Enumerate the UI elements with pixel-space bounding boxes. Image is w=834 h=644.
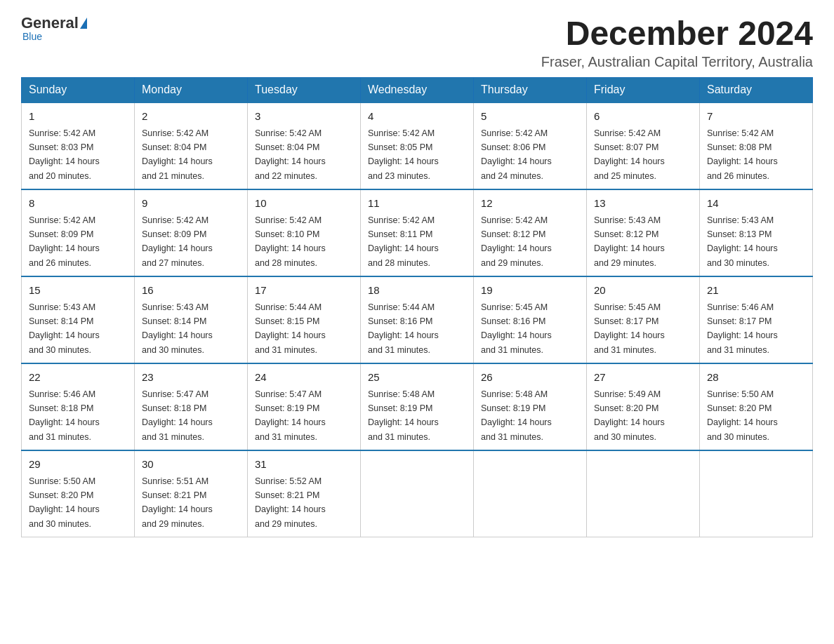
day-number: 25 [368,370,466,386]
calendar-cell: 8 Sunrise: 5:42 AMSunset: 8:09 PMDayligh… [22,189,135,276]
day-detail: Sunrise: 5:49 AMSunset: 8:20 PMDaylight:… [594,389,665,442]
calendar-cell: 20 Sunrise: 5:45 AMSunset: 8:17 PMDaylig… [587,276,700,363]
calendar-cell [361,450,474,537]
day-number: 19 [481,283,579,299]
calendar-cell: 16 Sunrise: 5:43 AMSunset: 8:14 PMDaylig… [135,276,248,363]
calendar-header-saturday: Saturday [700,78,813,103]
calendar-header-friday: Friday [587,78,700,103]
calendar-cell: 11 Sunrise: 5:42 AMSunset: 8:11 PMDaylig… [361,189,474,276]
page-header: General Blue December 2024 Fraser, Austr… [21,14,813,70]
day-detail: Sunrise: 5:50 AMSunset: 8:20 PMDaylight:… [707,389,778,442]
day-detail: Sunrise: 5:51 AMSunset: 8:21 PMDaylight:… [142,476,213,529]
calendar-cell: 24 Sunrise: 5:47 AMSunset: 8:19 PMDaylig… [248,363,361,450]
calendar-cell: 28 Sunrise: 5:50 AMSunset: 8:20 PMDaylig… [700,363,813,450]
day-number: 30 [142,457,240,473]
day-number: 8 [29,196,127,212]
day-detail: Sunrise: 5:46 AMSunset: 8:18 PMDaylight:… [29,389,100,442]
calendar-header-thursday: Thursday [474,78,587,103]
calendar-cell [700,450,813,537]
calendar-cell: 5 Sunrise: 5:42 AMSunset: 8:06 PMDayligh… [474,102,587,189]
calendar-cell: 12 Sunrise: 5:42 AMSunset: 8:12 PMDaylig… [474,189,587,276]
day-number: 21 [707,283,805,299]
calendar-cell [587,450,700,537]
day-detail: Sunrise: 5:43 AMSunset: 8:13 PMDaylight:… [707,215,778,268]
day-detail: Sunrise: 5:47 AMSunset: 8:18 PMDaylight:… [142,389,213,442]
day-detail: Sunrise: 5:43 AMSunset: 8:12 PMDaylight:… [594,215,665,268]
day-number: 4 [368,109,466,125]
day-number: 24 [255,370,353,386]
calendar-cell: 31 Sunrise: 5:52 AMSunset: 8:21 PMDaylig… [248,450,361,537]
month-year-title: December 2024 [541,14,813,53]
day-detail: Sunrise: 5:42 AMSunset: 8:11 PMDaylight:… [368,215,439,268]
calendar-cell: 29 Sunrise: 5:50 AMSunset: 8:20 PMDaylig… [22,450,135,537]
calendar-cell: 21 Sunrise: 5:46 AMSunset: 8:17 PMDaylig… [700,276,813,363]
calendar-header-sunday: Sunday [22,78,135,103]
calendar-cell [474,450,587,537]
day-detail: Sunrise: 5:52 AMSunset: 8:21 PMDaylight:… [255,476,326,529]
day-detail: Sunrise: 5:44 AMSunset: 8:15 PMDaylight:… [255,302,326,355]
calendar-header-tuesday: Tuesday [248,78,361,103]
day-number: 17 [255,283,353,299]
day-number: 1 [29,109,127,125]
day-detail: Sunrise: 5:42 AMSunset: 8:05 PMDaylight:… [368,128,439,181]
calendar-cell: 1 Sunrise: 5:42 AMSunset: 8:03 PMDayligh… [22,102,135,189]
calendar-table: SundayMondayTuesdayWednesdayThursdayFrid… [21,77,813,537]
title-area: December 2024 Fraser, Australian Capital… [541,14,813,70]
calendar-cell: 9 Sunrise: 5:42 AMSunset: 8:09 PMDayligh… [135,189,248,276]
calendar-cell: 17 Sunrise: 5:44 AMSunset: 8:15 PMDaylig… [248,276,361,363]
calendar-header-monday: Monday [135,78,248,103]
calendar-cell: 18 Sunrise: 5:44 AMSunset: 8:16 PMDaylig… [361,276,474,363]
calendar-cell: 14 Sunrise: 5:43 AMSunset: 8:13 PMDaylig… [700,189,813,276]
day-detail: Sunrise: 5:43 AMSunset: 8:14 PMDaylight:… [142,302,213,355]
day-detail: Sunrise: 5:42 AMSunset: 8:06 PMDaylight:… [481,128,552,181]
day-number: 31 [255,457,353,473]
calendar-week-row: 29 Sunrise: 5:50 AMSunset: 8:20 PMDaylig… [22,450,813,537]
day-number: 7 [707,109,805,125]
calendar-week-row: 15 Sunrise: 5:43 AMSunset: 8:14 PMDaylig… [22,276,813,363]
logo-blue-text: Blue [22,31,42,42]
calendar-cell: 7 Sunrise: 5:42 AMSunset: 8:08 PMDayligh… [700,102,813,189]
day-number: 12 [481,196,579,212]
day-detail: Sunrise: 5:48 AMSunset: 8:19 PMDaylight:… [368,389,439,442]
day-number: 26 [481,370,579,386]
day-number: 18 [368,283,466,299]
day-number: 20 [594,283,692,299]
day-detail: Sunrise: 5:42 AMSunset: 8:04 PMDaylight:… [142,128,213,181]
day-detail: Sunrise: 5:42 AMSunset: 8:12 PMDaylight:… [481,215,552,268]
calendar-cell: 25 Sunrise: 5:48 AMSunset: 8:19 PMDaylig… [361,363,474,450]
day-number: 22 [29,370,127,386]
day-detail: Sunrise: 5:42 AMSunset: 8:09 PMDaylight:… [142,215,213,268]
day-detail: Sunrise: 5:42 AMSunset: 8:07 PMDaylight:… [594,128,665,181]
day-number: 27 [594,370,692,386]
calendar-cell: 19 Sunrise: 5:45 AMSunset: 8:16 PMDaylig… [474,276,587,363]
day-detail: Sunrise: 5:48 AMSunset: 8:19 PMDaylight:… [481,389,552,442]
calendar-cell: 30 Sunrise: 5:51 AMSunset: 8:21 PMDaylig… [135,450,248,537]
day-number: 14 [707,196,805,212]
calendar-cell: 6 Sunrise: 5:42 AMSunset: 8:07 PMDayligh… [587,102,700,189]
calendar-cell: 4 Sunrise: 5:42 AMSunset: 8:05 PMDayligh… [361,102,474,189]
location-subtitle: Fraser, Australian Capital Territory, Au… [541,54,813,70]
day-number: 5 [481,109,579,125]
calendar-week-row: 1 Sunrise: 5:42 AMSunset: 8:03 PMDayligh… [22,102,813,189]
calendar-week-row: 22 Sunrise: 5:46 AMSunset: 8:18 PMDaylig… [22,363,813,450]
day-detail: Sunrise: 5:42 AMSunset: 8:03 PMDaylight:… [29,128,100,181]
day-number: 10 [255,196,353,212]
day-detail: Sunrise: 5:43 AMSunset: 8:14 PMDaylight:… [29,302,100,355]
logo: General Blue [21,14,87,42]
day-detail: Sunrise: 5:42 AMSunset: 8:04 PMDaylight:… [255,128,326,181]
day-number: 16 [142,283,240,299]
day-number: 15 [29,283,127,299]
day-detail: Sunrise: 5:46 AMSunset: 8:17 PMDaylight:… [707,302,778,355]
day-detail: Sunrise: 5:45 AMSunset: 8:17 PMDaylight:… [594,302,665,355]
logo-general-text: General [21,14,79,32]
day-number: 3 [255,109,353,125]
day-number: 9 [142,196,240,212]
calendar-cell: 13 Sunrise: 5:43 AMSunset: 8:12 PMDaylig… [587,189,700,276]
day-detail: Sunrise: 5:42 AMSunset: 8:09 PMDaylight:… [29,215,100,268]
calendar-header-row: SundayMondayTuesdayWednesdayThursdayFrid… [22,78,813,103]
day-number: 28 [707,370,805,386]
calendar-cell: 27 Sunrise: 5:49 AMSunset: 8:20 PMDaylig… [587,363,700,450]
day-number: 13 [594,196,692,212]
day-detail: Sunrise: 5:45 AMSunset: 8:16 PMDaylight:… [481,302,552,355]
logo-triangle-icon [80,18,87,29]
